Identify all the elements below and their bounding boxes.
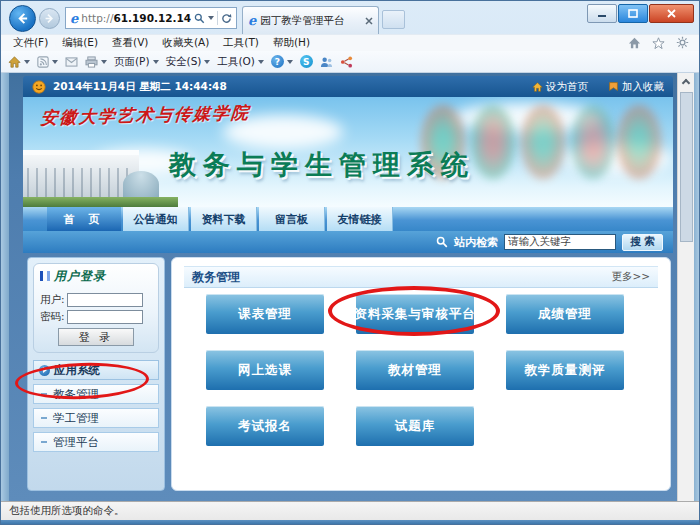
url-scheme: http:// [81, 12, 113, 24]
more-link[interactable]: 更多>> [611, 270, 650, 284]
ie-icon: e [248, 14, 256, 27]
site-search-label: 站内检索 [454, 235, 498, 250]
dancer-figure [571, 105, 615, 179]
browser-tab[interactable]: e 园丁教学管理平台 [242, 6, 379, 34]
sidebar-item-academic-affairs[interactable]: 教务管理 [33, 384, 159, 404]
home-dropdown-icon[interactable] [24, 60, 30, 64]
window-frame-bottom [1, 520, 700, 525]
status-bar: 包括使用所选项的命令。 [1, 501, 700, 520]
login-title: 用户登录 [54, 268, 106, 285]
menu-favorites[interactable]: 收藏夹(A) [155, 36, 216, 50]
url-host: 61.190.12.148/ [113, 12, 191, 24]
module-button-textbooks[interactable]: 教材管理 [356, 350, 474, 390]
module-button-question-bank[interactable]: 试题库 [356, 406, 474, 446]
tools-dropdown-icon [258, 60, 264, 64]
divider [217, 11, 218, 25]
content-area: 用户登录 用户: 密码: 登 录 [23, 253, 673, 501]
close-icon [667, 9, 676, 18]
maximize-icon [628, 9, 638, 18]
feed-icon[interactable] [37, 56, 49, 68]
dancer-figure [617, 105, 661, 179]
menu-help[interactable]: 帮助(H) [266, 36, 317, 50]
page-menu[interactable]: 页面(P) [114, 55, 159, 69]
settings-gear-icon[interactable] [676, 36, 689, 49]
module-button-timetable[interactable]: 课表管理 [206, 294, 324, 334]
nav-tab-home[interactable]: 首 页 [47, 207, 121, 231]
menu-edit[interactable]: 编辑(E) [55, 36, 105, 50]
forward-arrow-icon [44, 13, 55, 24]
password-field[interactable] [67, 310, 143, 324]
back-button[interactable] [9, 5, 36, 32]
vertical-scrollbar[interactable] [677, 73, 694, 501]
page-body: 2014年11月4日 星期二 14:44:48 设为首页 加入收藏 [23, 76, 673, 501]
nav-tab-guestbook[interactable]: 留言板 [259, 207, 325, 231]
help-dropdown-icon[interactable] [287, 60, 293, 64]
address-dropdown-icon[interactable] [208, 16, 214, 20]
section-header: 教务管理 更多>> [184, 266, 658, 288]
search-icon[interactable] [194, 13, 205, 24]
sidebar-item-student-affairs[interactable]: 学工管理 [33, 408, 159, 428]
minimize-button[interactable] [587, 4, 617, 23]
module-button-exam-registration[interactable]: 考试报名 [206, 406, 324, 446]
menu-file[interactable]: 文件(F) [6, 36, 55, 50]
module-button-teaching-quality[interactable]: 教学质量测评 [506, 350, 624, 390]
campus-building-image [23, 141, 178, 207]
back-arrow-icon [16, 12, 29, 25]
scrollbar-thumb[interactable] [680, 92, 693, 242]
smiley-icon [32, 80, 46, 94]
nav-tab-links[interactable]: 友情链接 [327, 207, 393, 231]
help-icon[interactable]: ? [271, 55, 284, 68]
site-search-icon [436, 236, 448, 248]
search-button[interactable]: 搜 索 [622, 234, 663, 251]
people-icon[interactable] [320, 56, 333, 68]
add-favorite-link[interactable]: 加入收藏 [608, 80, 664, 94]
skype-icon[interactable]: S [300, 55, 313, 68]
search-input[interactable] [504, 234, 616, 250]
set-home-link[interactable]: 设为首页 [532, 80, 588, 94]
nav-tab-announcements[interactable]: 公告通知 [123, 207, 189, 231]
menu-view[interactable]: 查看(V) [105, 36, 155, 50]
dash-icon [41, 393, 47, 395]
favorites-star-icon[interactable] [652, 37, 665, 49]
sidebar-item-admin-platform[interactable]: 管理平台 [33, 432, 159, 452]
mail-icon[interactable] [65, 57, 78, 67]
menu-tools[interactable]: 工具(T) [216, 36, 266, 50]
refresh-icon[interactable] [221, 13, 232, 24]
datetime-text: 2014年11月4日 星期二 14:44:48 [53, 80, 227, 94]
dancer-figure [471, 105, 515, 179]
safety-menu-label: 安全(S) [166, 55, 202, 69]
login-header-icon [47, 271, 50, 281]
share-icon[interactable] [340, 56, 353, 68]
window-frame [1, 73, 9, 501]
maximize-button[interactable] [618, 4, 648, 23]
set-home-icon [532, 82, 543, 92]
dash-icon [41, 417, 47, 419]
module-button-data-collection-review[interactable]: 资料采集与审核平台 [356, 294, 474, 334]
login-button[interactable]: 登 录 [58, 328, 134, 346]
apps-section-header: 应用系统 [33, 360, 159, 380]
feed-dropdown-icon[interactable] [52, 60, 58, 64]
tools-menu[interactable]: 工具(O) [217, 55, 263, 69]
print-icon[interactable] [85, 56, 98, 68]
username-field[interactable] [67, 293, 143, 307]
module-button-online-course-selection[interactable]: 网上选课 [206, 350, 324, 390]
close-button[interactable] [649, 4, 694, 23]
apps-bullet-icon [39, 365, 50, 376]
tab-close-icon[interactable] [365, 17, 373, 25]
school-name-calligraphy: 安徽大学艺术与传媒学院 [40, 101, 251, 129]
nav-tab-downloads[interactable]: 资料下载 [191, 207, 257, 231]
print-dropdown-icon[interactable] [101, 60, 107, 64]
module-button-grades[interactable]: 成绩管理 [506, 294, 624, 334]
address-bar[interactable]: e http://61.190.12.148/ [65, 7, 237, 29]
browser-window: e http://61.190.12.148/ e 园丁教学管理平台 [0, 0, 700, 525]
command-toolbar: 页面(P) 安全(S) 工具(O) ? S [1, 51, 699, 73]
home-icon[interactable] [628, 37, 641, 49]
home-small-icon[interactable] [8, 56, 21, 68]
password-label: 密码: [40, 310, 65, 324]
new-tab-button[interactable] [382, 10, 405, 29]
page-dropdown-icon [153, 60, 159, 64]
status-text: 包括使用所选项的命令。 [9, 504, 125, 518]
login-header-icon [40, 271, 43, 281]
safety-menu[interactable]: 安全(S) [166, 55, 211, 69]
forward-button[interactable] [39, 8, 60, 29]
